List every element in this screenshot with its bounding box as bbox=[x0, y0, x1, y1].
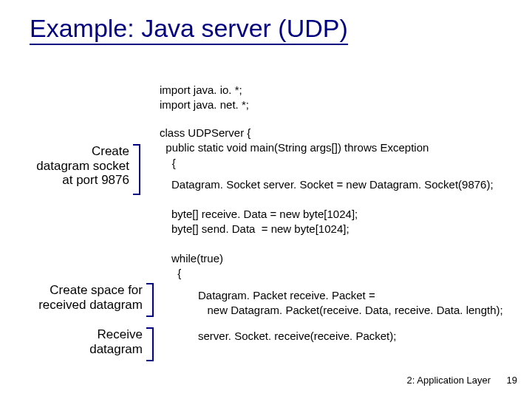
slide: Example: Java server (UDP) import java. … bbox=[0, 0, 532, 399]
slide-title: Example: Java server (UDP) bbox=[30, 15, 348, 45]
code-class-head: class UDPServer { public static void mai… bbox=[160, 126, 429, 171]
bracket-icon bbox=[146, 283, 154, 317]
code-packet-decl: Datagram. Packet receive. Packet = new D… bbox=[198, 288, 503, 318]
code-byte-arrays: byte[] receive. Data = new byte[1024]; b… bbox=[171, 207, 358, 237]
footer-chapter: 2: Application Layer bbox=[407, 375, 491, 386]
code-while-head: while(true) { bbox=[171, 251, 223, 282]
annotation-create-space: Create space for received datagram bbox=[38, 283, 143, 312]
code-receive-call: server. Socket. receive(receive. Packet)… bbox=[198, 329, 396, 344]
annotation-create-socket: Create datagram socket at port 9876 bbox=[36, 144, 129, 188]
annotation-receive: Receive datagram bbox=[89, 327, 143, 356]
code-datagram-socket: Datagram. Socket server. Socket = new Da… bbox=[171, 177, 494, 192]
bracket-icon bbox=[133, 144, 140, 195]
code-imports: import java. io. *; import java. net. *; bbox=[160, 83, 249, 113]
bracket-icon bbox=[146, 327, 154, 361]
footer-page-number: 19 bbox=[507, 375, 517, 386]
